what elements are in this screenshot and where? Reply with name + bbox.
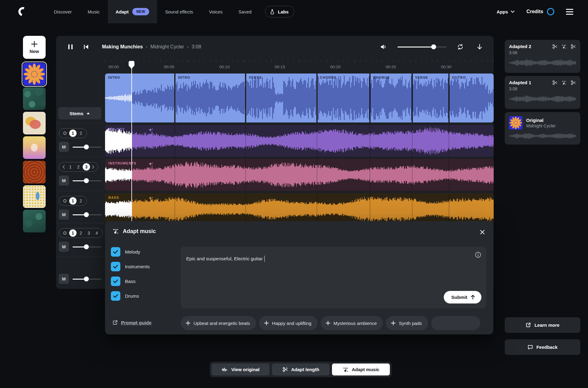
- prompt-guide-link[interactable]: Prompt guide: [111, 318, 153, 327]
- version-option-2[interactable]: 2: [75, 163, 82, 171]
- apps-menu-button[interactable]: Apps: [496, 9, 515, 14]
- scissors-icon: [552, 44, 558, 49]
- mute-button[interactable]: M: [59, 242, 69, 252]
- version-option-3[interactable]: 3: [83, 163, 90, 171]
- version-selector[interactable]: O1234: [59, 228, 103, 238]
- version-card-adapted-2[interactable]: Adapted 2 3:08: [505, 40, 580, 73]
- stem-volume-knob[interactable]: [84, 178, 89, 183]
- mute-button[interactable]: M: [59, 274, 69, 284]
- track-arrangement[interactable]: INTROINTROVERSECHORUSCHORUSVERSEOUTRO: [105, 73, 494, 122]
- stem-volume-slider[interactable]: [73, 145, 101, 149]
- version-option-1[interactable]: 1: [69, 229, 77, 237]
- ruler-time-label: 00:30: [441, 65, 451, 69]
- stem-volume-slider[interactable]: [73, 212, 101, 217]
- volume-slider[interactable]: [398, 44, 447, 49]
- prompt-input[interactable]: Epic and suspenseful, Electric guitar Su…: [181, 247, 486, 308]
- chevron-down-icon: [511, 10, 515, 13]
- version-option-O[interactable]: O: [61, 197, 69, 205]
- chip-upbeat-beats[interactable]: Upbeat and energetic beats: [181, 316, 256, 330]
- checkbox-instruments[interactable]: Instruments: [111, 262, 150, 271]
- stems-collapse-button[interactable]: Stems: [58, 107, 101, 119]
- checkbox-bass[interactable]: Bass: [111, 277, 135, 286]
- stem-volume-knob[interactable]: [84, 145, 89, 149]
- nav-music[interactable]: Music: [80, 0, 107, 23]
- version-option-2[interactable]: 2: [77, 130, 85, 137]
- hamburger-menu-icon[interactable]: [566, 9, 573, 15]
- mute-button[interactable]: M: [59, 209, 69, 220]
- stem-volume-knob[interactable]: [84, 277, 89, 281]
- close-modal-button[interactable]: [478, 228, 487, 236]
- chevron-right-icon[interactable]: [91, 164, 96, 169]
- mute-button[interactable]: M: [59, 142, 69, 152]
- checkbox-melody[interactable]: Melody: [111, 247, 140, 257]
- view-original-button[interactable]: View original: [212, 364, 270, 375]
- stem-volume-slider[interactable]: [73, 244, 101, 249]
- adapt-music-button[interactable]: Adapt music: [332, 364, 390, 375]
- stem-volume-knob[interactable]: [84, 244, 89, 249]
- version-option-2[interactable]: 2: [77, 197, 85, 205]
- nav-discover[interactable]: Discover: [46, 0, 80, 23]
- submit-button[interactable]: Submit: [444, 291, 481, 303]
- credits-button[interactable]: Credits: [526, 8, 554, 15]
- info-button[interactable]: [474, 251, 482, 259]
- skip-to-start-button[interactable]: [81, 42, 92, 52]
- project-thumbnail-5[interactable]: [23, 161, 46, 183]
- project-thumbnail-4[interactable]: [23, 136, 46, 159]
- version-option-4[interactable]: 4: [93, 229, 100, 237]
- chip-mysterious-ambience[interactable]: Mysterious ambience: [321, 316, 383, 330]
- version-option-1[interactable]: 1: [69, 130, 77, 137]
- nav-saved[interactable]: Saved: [231, 0, 260, 23]
- version-selector[interactable]: 123: [59, 162, 98, 172]
- labs-label: Labs: [278, 9, 288, 14]
- version-selector[interactable]: O12: [59, 128, 87, 138]
- labs-button[interactable]: Labs: [265, 6, 294, 17]
- trim-button[interactable]: [571, 44, 576, 49]
- volume-button[interactable]: [378, 41, 390, 52]
- download-button[interactable]: [474, 41, 485, 52]
- version-option-1[interactable]: 1: [67, 163, 74, 171]
- version-selector[interactable]: O12: [59, 196, 87, 206]
- project-thumbnail-6[interactable]: [23, 185, 46, 208]
- project-thumbnail-1[interactable]: [23, 63, 46, 85]
- chip-synth-pads[interactable]: Synth pads: [386, 316, 428, 330]
- adapt-music-button[interactable]: [561, 80, 567, 85]
- learn-more-button[interactable]: Learn more: [505, 317, 580, 333]
- adapt-length-button[interactable]: Adapt length: [272, 364, 330, 375]
- checkbox-checked-icon: [111, 291, 120, 301]
- version-option-2[interactable]: 2: [77, 229, 85, 237]
- adapt-length-button[interactable]: [552, 44, 558, 49]
- checkbox-drums[interactable]: Drums: [111, 291, 139, 301]
- adapt-music-button[interactable]: [561, 44, 567, 49]
- trim-button[interactable]: [571, 80, 576, 85]
- project-thumbnail-2[interactable]: [23, 87, 46, 110]
- loop-button[interactable]: [454, 41, 466, 52]
- feedback-button[interactable]: Feedback: [505, 339, 580, 355]
- track-bass[interactable]: BASS: [105, 193, 494, 225]
- mute-button[interactable]: M: [59, 175, 69, 186]
- version-option-O[interactable]: O: [61, 229, 69, 237]
- version-option-O[interactable]: O: [61, 130, 69, 137]
- version-card-original[interactable]: Original Midnight Cycler: [505, 112, 580, 145]
- nav-sound-effects[interactable]: Sound effects: [157, 0, 201, 23]
- nav-adapt[interactable]: Adapt NEW: [108, 0, 157, 23]
- version-option-3[interactable]: 3: [85, 229, 92, 237]
- version-option-1[interactable]: 1: [69, 197, 77, 205]
- pause-button[interactable]: [65, 41, 76, 52]
- volume-slider-knob[interactable]: [431, 44, 436, 49]
- stem-volume-slider[interactable]: [73, 178, 101, 183]
- timeline-ruler[interactable]: 00:0000:0500:1000:1500:2000:2500:30: [105, 60, 494, 73]
- project-thumbnail-7[interactable]: [23, 210, 46, 232]
- chevron-left-icon[interactable]: [61, 164, 66, 169]
- app-logo[interactable]: [18, 6, 28, 17]
- track-melody[interactable]: MELODY: [105, 125, 494, 157]
- adapt-length-button[interactable]: [552, 80, 558, 85]
- stem-volume-knob[interactable]: [84, 212, 89, 217]
- new-project-button[interactable]: New: [23, 36, 46, 59]
- version-card-adapted-1[interactable]: Adapted 1 3:08: [505, 76, 580, 109]
- track-instruments[interactable]: INSTRUMENTS: [105, 159, 494, 191]
- project-thumbnail-3[interactable]: [23, 112, 46, 134]
- chip-clipped[interactable]: [431, 316, 480, 330]
- chip-happy-uplifting[interactable]: Happy and uplifting: [259, 316, 317, 330]
- stem-volume-slider[interactable]: [73, 277, 101, 281]
- nav-voices[interactable]: Voices: [201, 0, 231, 23]
